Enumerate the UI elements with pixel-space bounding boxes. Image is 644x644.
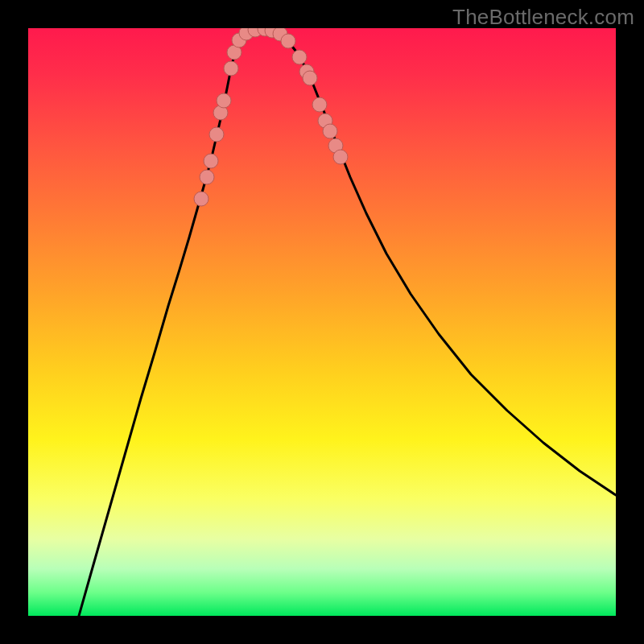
data-point-right xyxy=(333,150,348,164)
watermark-text: TheBottleneck.com xyxy=(452,5,634,30)
data-point-left xyxy=(209,127,224,142)
data-point-right xyxy=(312,97,327,112)
chart-frame: TheBottleneck.com xyxy=(0,0,644,644)
chart-svg xyxy=(28,28,616,616)
data-point-right xyxy=(323,124,337,138)
data-point-right xyxy=(281,34,295,48)
data-point-left xyxy=(217,93,231,108)
data-point-right xyxy=(292,50,307,64)
data-point-left xyxy=(200,170,214,184)
data-point-left xyxy=(194,192,208,206)
data-point-left xyxy=(204,154,218,168)
plot-area xyxy=(28,28,616,616)
data-point-right xyxy=(303,71,317,85)
data-point-left xyxy=(224,61,238,76)
bottleneck-curve xyxy=(79,29,616,616)
